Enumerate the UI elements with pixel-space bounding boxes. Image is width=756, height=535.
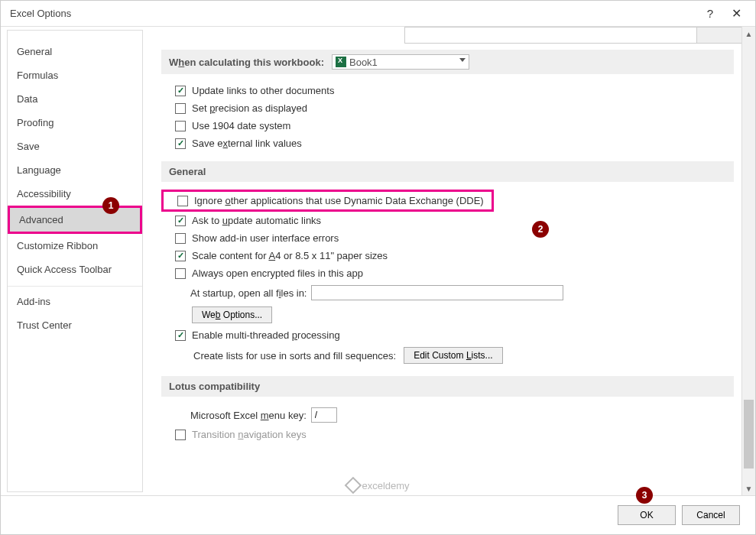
truncated-field [404,27,733,44]
edit-custom-lists-button[interactable]: Edit Custom Lists... [404,347,502,364]
checkbox-icon[interactable] [175,121,186,131]
web-options-button[interactable]: Web Options... [192,306,272,323]
scroll-up-icon[interactable]: ▲ [742,27,755,41]
ok-button[interactable]: OK [618,505,676,525]
scroll-down-icon[interactable]: ▼ [742,481,755,495]
checkbox-icon[interactable] [175,103,186,114]
option-set-precision[interactable]: Set precision as displayed [161,99,734,117]
row-web-options: Web Options... [161,303,734,326]
sidebar-item-accessibility[interactable]: Accessibility [8,182,142,206]
menu-key-input[interactable] [311,407,337,423]
sidebar-item-language[interactable]: Language [8,158,142,182]
option-startup-folder: At startup, open all files in: [161,282,734,303]
scrollbar-thumb[interactable] [744,400,754,469]
option-open-encrypted[interactable]: Always open encrypted files in this app [161,264,734,282]
annotation-badge-3: 3 [636,487,653,504]
annotation-badge-1: 1 [102,197,119,214]
section-when-calculating: When calculating this workbook: Book1 [161,50,734,74]
sidebar-item-trust-center[interactable]: Trust Center [8,313,142,337]
checkbox-icon[interactable] [175,330,186,341]
section-general: General [161,161,734,182]
sidebar-item-save[interactable]: Save [8,135,142,158]
option-ask-update[interactable]: Ask to update automatic links [161,212,734,229]
row-custom-lists: Create lists for use in sorts and fill s… [161,344,734,367]
checkbox-icon[interactable] [175,216,186,226]
checkbox-icon[interactable] [177,196,188,206]
workbook-name: Book1 [349,57,378,68]
checkbox-icon[interactable] [175,430,186,440]
close-button[interactable]: ✕ [723,6,749,21]
option-menu-key: Microsoft Excel menu key: [161,404,734,426]
sidebar-item-general[interactable]: General [8,40,142,63]
sidebar-item-customize-ribbon[interactable]: Customize Ribbon [8,234,142,258]
option-ignore-dde[interactable]: Ignore other applications that use Dynam… [161,190,494,212]
vertical-scrollbar[interactable]: ▲ ▼ [741,27,755,495]
sidebar-item-advanced[interactable]: Advanced [8,206,142,234]
chevron-down-icon [459,58,466,62]
content-pane: When calculating this workbook: Book1 Up… [148,27,755,495]
checkbox-icon[interactable] [175,233,186,244]
sidebar-item-quick-access[interactable]: Quick Access Toolbar [8,258,142,281]
workbook-dropdown[interactable]: Book1 [332,54,469,70]
checkbox-icon[interactable] [175,268,186,279]
sidebar-item-proofing[interactable]: Proofing [8,111,142,135]
cancel-button[interactable]: Cancel [682,505,740,525]
dialog-title: Excel Options [10,8,697,19]
sidebar-item-data[interactable]: Data [8,87,142,111]
category-sidebar: General Formulas Data Proofing Save Lang… [7,30,143,492]
option-save-external[interactable]: Save external link values [161,135,734,152]
annotation-badge-2: 2 [532,221,549,238]
option-multithread[interactable]: Enable multi-threaded processing [161,326,734,344]
titlebar: Excel Options ? ✕ [1,1,755,27]
checkbox-icon[interactable] [175,138,186,149]
option-update-links[interactable]: Update links to other documents [161,82,734,99]
option-show-addin-errors[interactable]: Show add-in user interface errors [161,229,734,247]
truncated-button [696,27,742,44]
help-button[interactable]: ? [697,7,723,20]
checkbox-icon[interactable] [175,86,186,96]
section-lotus: Lotus compatibility [161,376,734,397]
startup-folder-input[interactable] [311,285,563,300]
sidebar-item-formulas[interactable]: Formulas [8,63,142,87]
checkbox-icon[interactable] [175,251,186,261]
sidebar-item-addins[interactable]: Add-ins [8,286,142,313]
option-scale-content[interactable]: Scale content for A4 or 8.5 x 11" paper … [161,247,734,264]
option-1904-date[interactable]: Use 1904 date system [161,117,734,135]
option-transition-nav[interactable]: Transition navigation keys [161,426,734,443]
excel-icon [336,57,346,67]
